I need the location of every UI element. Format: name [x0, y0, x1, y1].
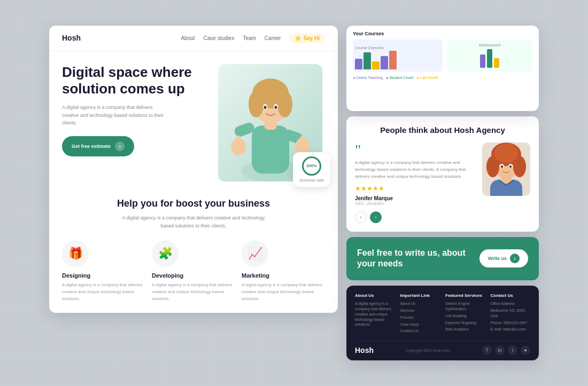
- right-panel: Your Courses Course Overview Achi: [346, 26, 539, 360]
- footer-logo: Hosh: [355, 346, 374, 355]
- testimonial-body: " A digital agency is a company that del…: [355, 143, 530, 223]
- linkedin-icon[interactable]: in: [495, 345, 505, 355]
- footer-bottom: Hosh Copyright 2024 Hosh.com f in t ●: [355, 341, 530, 355]
- designing-icon: 🎁: [68, 247, 83, 261]
- hero-cta-label: Get free estimate: [72, 144, 111, 149]
- cta-button-label: Write us: [488, 256, 507, 261]
- success-badge: 100% Success rate: [293, 152, 330, 187]
- service-card-designing: 🎁 Designing A digital agency is a compan…: [62, 240, 145, 302]
- footer-col-about: About Us A digital agency is a company t…: [355, 293, 395, 335]
- marketing-name: Marketing: [242, 272, 325, 279]
- dashboard-title: Your Courses: [353, 31, 532, 36]
- svg-point-6: [277, 91, 292, 117]
- footer-service-1: Search Engine Optimization: [445, 301, 485, 312]
- nav-link-career[interactable]: Career: [265, 35, 281, 41]
- nav-cta-label: Say Hi: [303, 35, 320, 41]
- designing-name: Designing: [62, 272, 145, 279]
- nav-logo: Hosh: [62, 34, 81, 42]
- nav-link-about[interactable]: About: [181, 35, 195, 41]
- footer-about-text: A digital agency is a company that deliv…: [355, 301, 395, 327]
- footer-col-services-title: Featured Services: [445, 293, 485, 298]
- footer-col-contact-title: Contact Us: [491, 293, 531, 298]
- cta-section: Feel free to write us, about your needs …: [346, 237, 539, 281]
- footer-link-5[interactable]: Contact Us: [400, 328, 440, 334]
- marketing-icon-wrap: 📈: [242, 240, 268, 267]
- dashboard-inner: Your Courses Course Overview Achi: [346, 26, 539, 111]
- quote-mark-icon: ": [355, 143, 476, 157]
- dashboard-preview: Your Courses Course Overview Achi: [346, 26, 539, 111]
- footer-link-1[interactable]: About Us: [400, 301, 440, 306]
- navigation: Hosh About Case studies Team Career ⭐ Sa…: [49, 26, 338, 51]
- cta-button[interactable]: Write us ›: [479, 249, 528, 267]
- footer-contact-address: Melbourne VIC 3000, USA: [491, 308, 531, 319]
- main-container: Hosh About Case studies Team Career ⭐ Sa…: [49, 26, 539, 360]
- hero-text: Digital space where solution comes up A …: [62, 64, 218, 182]
- marketing-icon: 📈: [248, 247, 262, 261]
- footer-col-links-title: Important Link: [400, 293, 440, 298]
- footer-link-3[interactable]: Process: [400, 315, 440, 320]
- success-rate-value: 100%: [306, 163, 317, 168]
- instagram-icon[interactable]: ●: [521, 345, 530, 355]
- services-subtitle: A digital agency is a company that deliv…: [119, 214, 268, 230]
- svg-rect-1: [252, 125, 289, 174]
- success-circle: 100%: [302, 156, 321, 176]
- cta-title: Feel free to write us, about your needs: [357, 248, 479, 270]
- service-card-developing: 🧩 Developing A digital agency is a compa…: [152, 240, 235, 302]
- star-icon: ⭐: [295, 35, 301, 41]
- hero-title: Digital space where solution comes up: [62, 64, 213, 97]
- nav-links: About Case studies Team Career ⭐ Say Hi: [181, 33, 325, 43]
- testimonial-prev-button[interactable]: ‹: [355, 211, 367, 223]
- developing-name: Developing: [152, 272, 235, 279]
- testimonial-section: People think about Hosh Agency " A digit…: [346, 116, 539, 232]
- footer-contact-address-label: Office Address: [491, 301, 531, 306]
- hero-section: Digital space where solution comes up A …: [49, 51, 338, 182]
- nav-link-case[interactable]: Case studies: [204, 35, 235, 41]
- facebook-icon[interactable]: f: [482, 345, 492, 355]
- nav-cta-button[interactable]: ⭐ Say Hi: [289, 33, 325, 43]
- hero-image-wrap: 100% Success rate: [218, 64, 325, 182]
- footer-contact-email: E-mail: hello@ui.com: [491, 327, 531, 332]
- marketing-desc: A digital agency is a company that deliv…: [242, 282, 325, 302]
- developing-icon-wrap: 🧩: [152, 240, 179, 267]
- left-panel: Hosh About Case studies Team Career ⭐ Sa…: [49, 26, 338, 313]
- footer-link-2[interactable]: Services: [400, 308, 440, 313]
- star-rating: ★★★★★: [355, 185, 476, 192]
- services-title: Help you for boost your business: [62, 198, 325, 210]
- svg-point-10: [274, 106, 277, 109]
- success-label: Success rate: [299, 178, 324, 183]
- footer: About Us A digital agency is a company t…: [346, 286, 539, 360]
- footer-service-3: Keyword Targeting: [445, 320, 485, 326]
- svg-point-30: [509, 166, 512, 168]
- svg-point-18: [300, 136, 305, 143]
- twitter-icon[interactable]: t: [508, 345, 517, 355]
- reviewer-title: CEO, ZENDEK: [355, 201, 476, 206]
- designing-desc: A digital agency is a company that deliv…: [62, 282, 145, 302]
- svg-point-29: [501, 166, 503, 168]
- testimonial-illustration: [482, 143, 530, 196]
- svg-point-17: [236, 136, 241, 143]
- svg-point-9: [264, 106, 266, 109]
- developing-icon: 🧩: [158, 247, 173, 261]
- service-cards: 🎁 Designing A digital agency is a compan…: [62, 240, 325, 302]
- testimonial-navigation: ‹ ›: [355, 211, 476, 223]
- testimonial-quote: A digital agency is a company that deliv…: [355, 160, 476, 180]
- testimonial-section-title: People think about Hosh Agency: [355, 125, 530, 136]
- footer-contact-phone: Phone: 0800123 4567: [491, 320, 531, 326]
- hero-cta-button[interactable]: Get free estimate ›: [62, 136, 134, 156]
- service-card-marketing: 📈 Marketing A digital agency is a compan…: [242, 240, 325, 302]
- footer-col-links: Important Link About Us Services Process…: [400, 293, 440, 335]
- footer-service-2: Link Building: [445, 313, 485, 319]
- footer-link-4[interactable]: Case study: [400, 322, 440, 327]
- svg-point-26: [494, 144, 518, 163]
- nav-link-team[interactable]: Team: [243, 35, 256, 41]
- designing-icon-wrap: 🎁: [62, 240, 89, 267]
- testimonial-content: " A digital agency is a company that del…: [355, 143, 476, 223]
- footer-service-4: Web Analytics: [445, 327, 485, 332]
- arrow-right-icon: ›: [115, 141, 125, 151]
- footer-col-about-title: About Us: [355, 293, 395, 298]
- developing-desc: A digital agency is a company that deliv…: [152, 282, 235, 302]
- testimonial-next-button[interactable]: ›: [370, 211, 382, 223]
- footer-col-services: Featured Services Search Engine Optimiza…: [445, 293, 485, 335]
- footer-social: f in t ●: [482, 345, 530, 355]
- svg-point-5: [249, 91, 264, 117]
